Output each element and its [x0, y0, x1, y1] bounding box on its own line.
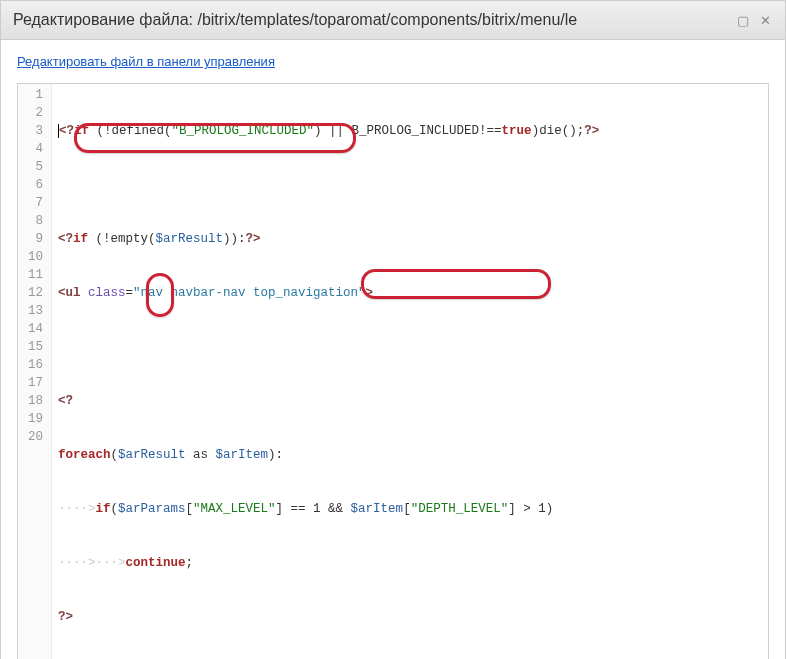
titlebar: Редактирование файла: /bitrix/templates/… — [1, 1, 785, 40]
link-row: Редактировать файл в панели управления — [1, 40, 785, 73]
line-gutter: 1234567891011121314151617181920 — [18, 84, 52, 659]
maximize-icon[interactable]: ▢ — [735, 12, 751, 28]
edit-in-admin-link[interactable]: Редактировать файл в панели управления — [17, 54, 275, 69]
close-icon[interactable]: ✕ — [757, 12, 773, 28]
editor-window: Редактирование файла: /bitrix/templates/… — [0, 0, 786, 659]
code-area[interactable]: <?if (!defined("B_PROLOG_INCLUDED") || B… — [52, 84, 768, 659]
code-editor[interactable]: 1234567891011121314151617181920 <?if (!d… — [17, 83, 769, 659]
window-title: Редактирование файла: /bitrix/templates/… — [13, 11, 729, 29]
